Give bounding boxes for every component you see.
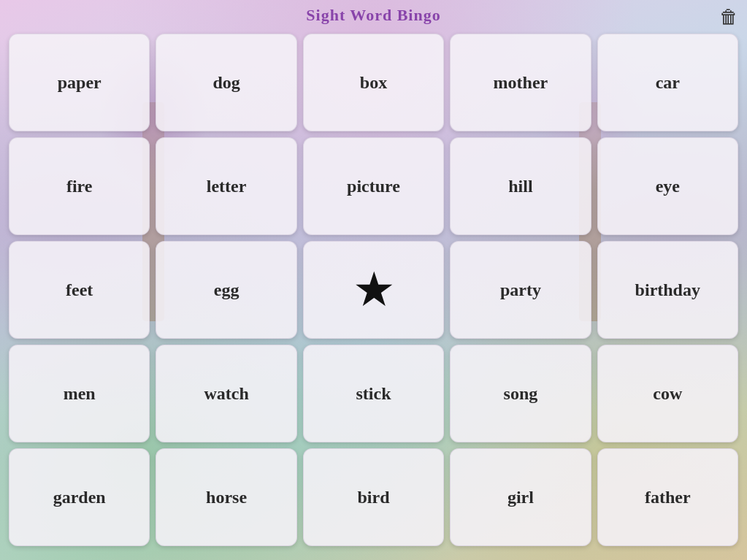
bingo-cell-picture[interactable]: picture bbox=[303, 137, 444, 235]
bingo-cell-watch[interactable]: watch bbox=[156, 345, 296, 442]
word-label: feet bbox=[66, 280, 93, 300]
word-label: hill bbox=[508, 177, 532, 196]
bingo-cell-cow[interactable]: cow bbox=[597, 345, 738, 442]
word-label: garden bbox=[53, 488, 106, 507]
word-label: horse bbox=[206, 488, 247, 507]
bingo-cell-garden[interactable]: garden bbox=[9, 448, 150, 546]
bingo-cell-dog[interactable]: dog bbox=[156, 34, 296, 131]
word-label: party bbox=[500, 280, 541, 300]
word-label: men bbox=[64, 384, 96, 404]
bingo-cell-stick[interactable]: stick bbox=[303, 345, 444, 442]
bingo-cell-paper[interactable]: paper bbox=[9, 34, 150, 131]
bingo-cell-father[interactable]: father bbox=[597, 448, 738, 546]
word-label: paper bbox=[58, 73, 101, 93]
word-label: bird bbox=[357, 488, 389, 507]
bingo-cell-party[interactable]: party bbox=[450, 241, 591, 339]
word-label: cow bbox=[653, 384, 682, 404]
bingo-cell-feet[interactable]: feet bbox=[9, 241, 150, 339]
bingo-cell-bird[interactable]: bird bbox=[303, 448, 444, 546]
free-space-star[interactable]: ★ bbox=[303, 241, 444, 339]
word-label: picture bbox=[347, 177, 400, 196]
word-label: stick bbox=[356, 384, 391, 404]
bingo-cell-eye[interactable]: eye bbox=[597, 137, 738, 235]
word-label: dog bbox=[212, 73, 240, 93]
word-label: watch bbox=[204, 384, 248, 404]
bingo-cell-birthday[interactable]: birthday bbox=[597, 241, 738, 339]
word-label: car bbox=[656, 73, 680, 93]
word-label: birthday bbox=[635, 280, 700, 300]
bingo-cell-letter[interactable]: letter bbox=[156, 137, 296, 235]
word-label: eye bbox=[656, 177, 680, 196]
bingo-cell-men[interactable]: men bbox=[9, 345, 150, 442]
bingo-cell-box[interactable]: box bbox=[303, 34, 444, 131]
bingo-grid: paperdogboxmothercarfireletterpicturehil… bbox=[0, 28, 747, 555]
app-title: Sight Word Bingo bbox=[306, 6, 440, 24]
bingo-cell-mother[interactable]: mother bbox=[450, 34, 591, 131]
trash-button[interactable]: 🗑 bbox=[719, 6, 738, 28]
word-label: father bbox=[645, 488, 691, 507]
word-label: letter bbox=[207, 177, 247, 196]
bingo-cell-girl[interactable]: girl bbox=[450, 448, 591, 546]
word-label: fire bbox=[66, 177, 93, 196]
word-label: girl bbox=[507, 488, 534, 507]
bingo-cell-horse[interactable]: horse bbox=[156, 448, 296, 546]
word-label: egg bbox=[214, 280, 240, 300]
word-label: song bbox=[504, 384, 538, 404]
word-label: mother bbox=[494, 73, 548, 93]
word-label: box bbox=[360, 73, 387, 93]
bingo-cell-car[interactable]: car bbox=[597, 34, 738, 131]
star-icon: ★ bbox=[355, 266, 391, 314]
bingo-cell-hill[interactable]: hill bbox=[450, 137, 591, 235]
bingo-cell-song[interactable]: song bbox=[450, 345, 591, 442]
bingo-cell-egg[interactable]: egg bbox=[156, 241, 296, 339]
bingo-cell-fire[interactable]: fire bbox=[9, 137, 150, 235]
header: Sight Word Bingo 🗑 bbox=[0, 0, 747, 28]
